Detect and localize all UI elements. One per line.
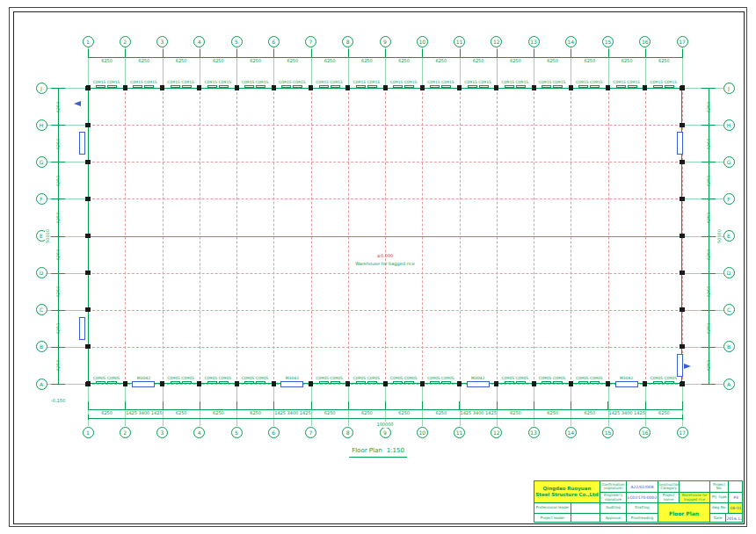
entry-arrow-icon xyxy=(684,364,691,369)
opening-label: M3042 xyxy=(620,376,633,380)
opening-label: C0905 C0905 xyxy=(427,376,454,380)
window-label: C0915 C0915 xyxy=(353,80,381,84)
column-mark xyxy=(85,160,91,164)
prj-type-cell: Prj. type P3 xyxy=(710,493,743,503)
grid-bubble: 16 xyxy=(639,36,651,47)
window-icon xyxy=(171,85,180,88)
column-mark xyxy=(680,160,685,164)
window-icon xyxy=(542,381,551,384)
door-icon xyxy=(280,381,303,387)
grid-bubble: A xyxy=(723,379,735,390)
window-symbols xyxy=(319,85,340,88)
opening-label: M3042 xyxy=(471,376,484,380)
dim-value: 6250 xyxy=(547,58,558,63)
window-symbols xyxy=(393,85,414,88)
window-label: C0915 C0915 xyxy=(651,80,678,84)
window-icon xyxy=(207,381,217,384)
drawing-caption: Floor Plan1:150 xyxy=(0,439,756,458)
contract-no: LCD2170-0002 xyxy=(628,495,658,500)
total-height-dim-left: 50000 xyxy=(42,88,53,384)
confirmation-no: A22/02/008 xyxy=(630,485,653,489)
window-icon xyxy=(107,381,117,384)
window-symbols xyxy=(505,381,526,384)
window-label: C0915 C0915 xyxy=(464,80,491,84)
column-mark xyxy=(680,271,685,275)
window-symbols xyxy=(356,381,377,384)
confirmation-no-cell: A22/02/008 xyxy=(627,481,658,493)
window-icon xyxy=(653,85,663,88)
window-icon xyxy=(628,85,637,88)
window-label: C0915 C0915 xyxy=(502,80,529,84)
grid-bubble: C xyxy=(723,304,735,315)
door-icon xyxy=(615,381,638,387)
grid-bubble: B xyxy=(723,341,735,352)
window-icon xyxy=(219,85,229,88)
window-icon xyxy=(256,85,265,88)
window-icon xyxy=(219,381,229,384)
caption-underline: Floor Plan1:150 xyxy=(349,439,407,458)
column-mark xyxy=(680,123,685,127)
grid-bubble: 13 xyxy=(528,36,540,47)
grid-bubble: J xyxy=(723,83,735,94)
caption-scale: 1:150 xyxy=(387,447,404,454)
floor-level-label: -0.150 xyxy=(51,398,65,403)
window-icon xyxy=(256,381,265,384)
window-icon xyxy=(553,85,563,88)
dim-value: 6250 xyxy=(101,58,113,63)
prj-type-label: Prj. type xyxy=(712,495,727,500)
bay: M3042 xyxy=(460,374,497,384)
auditing-cell: Auditing xyxy=(600,503,627,514)
window-symbols xyxy=(578,381,600,384)
window-label: C0915 C0915 xyxy=(93,80,120,84)
bay: C0915 C0915 xyxy=(200,78,236,88)
window-icon xyxy=(441,85,451,88)
bay: C0905 C0905 xyxy=(88,374,125,384)
entry-arrow-icon xyxy=(74,101,81,106)
window-icon xyxy=(479,85,489,88)
total-height-dim-right: 50000 xyxy=(714,88,724,384)
dim-value: 6250 xyxy=(622,58,633,63)
window-label: C0915 C0915 xyxy=(130,80,157,84)
window-symbols xyxy=(96,85,117,88)
window-icon xyxy=(430,381,440,384)
column-mark xyxy=(85,271,91,275)
grid-bubble: 12 xyxy=(491,36,502,47)
category-label-cell: Construction Category xyxy=(658,481,680,493)
window-symbols xyxy=(393,381,414,384)
window-symbols xyxy=(244,381,265,384)
window-symbols xyxy=(171,85,192,88)
window-icon xyxy=(590,85,600,88)
window-label: C0915 C0915 xyxy=(316,80,343,84)
opening-label: C0905 C0905 xyxy=(242,376,269,380)
grid-bubble: 6 xyxy=(268,36,280,47)
column-mark xyxy=(680,234,685,238)
contract-no-cell: LCD2170-0002 xyxy=(627,493,658,503)
window-icon xyxy=(665,85,674,88)
window-icon xyxy=(578,381,588,384)
window-symbols xyxy=(430,381,451,384)
bay: M3042 xyxy=(125,374,162,384)
proofreading-cell: Proofreading xyxy=(627,514,658,523)
window-icon xyxy=(207,85,217,88)
bay: C0905 C0905 xyxy=(163,374,200,384)
window-icon xyxy=(367,381,377,384)
window-icon xyxy=(319,381,329,384)
bay: C0915 C0915 xyxy=(125,78,162,88)
dim-line-left xyxy=(58,88,59,385)
window-icon xyxy=(319,85,329,88)
window-label: C0915 C0915 xyxy=(205,80,232,84)
column-mark xyxy=(85,197,91,201)
dim-value: 6250 xyxy=(398,58,410,63)
bay: C0915 C0915 xyxy=(236,78,273,88)
project-name-label: Project name xyxy=(658,494,679,502)
grid-bubble: 8 xyxy=(342,36,353,47)
window-icon xyxy=(331,381,340,384)
bay: C0915 C0915 xyxy=(534,78,571,88)
grid-bubble: 3 xyxy=(156,36,168,47)
bay: C0915 C0915 xyxy=(645,78,682,88)
bay: C0915 C0915 xyxy=(497,78,534,88)
window-icon xyxy=(182,85,192,88)
dim-value: 6250 xyxy=(361,58,373,63)
opening-label: C0905 C0905 xyxy=(93,376,120,380)
side-door-right-lower xyxy=(677,354,683,377)
